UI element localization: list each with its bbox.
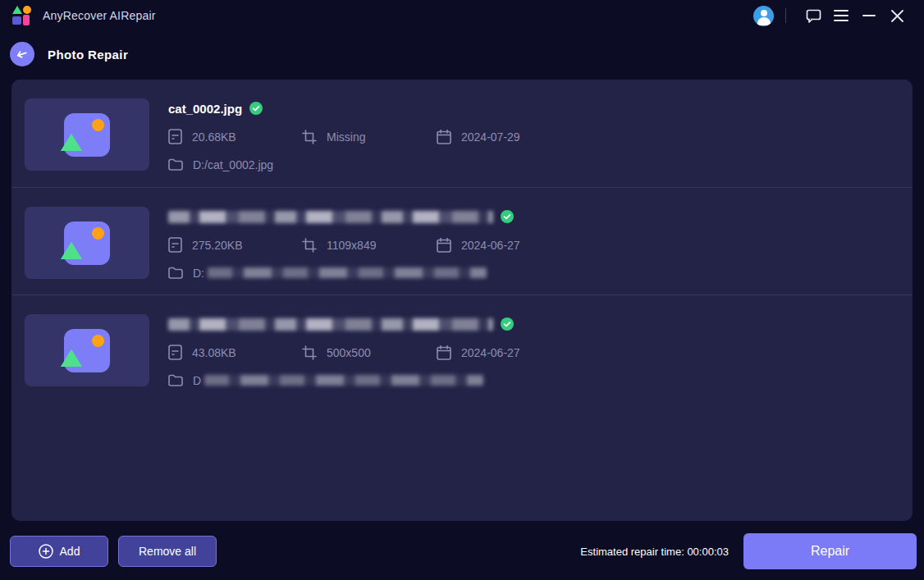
repair-button[interactable]: Repair [743,533,917,569]
file-dimensions: 500x500 [327,346,371,359]
status-check-icon [501,317,514,331]
file-path: D: [193,267,204,280]
file-thumbnail [25,98,149,171]
dimensions-icon [302,130,317,144]
file-name-redacted [168,211,493,223]
file-thumbnail [25,207,149,279]
file-dimensions: Missing [327,130,365,144]
file-path: D [193,374,201,387]
file-row[interactable]: 43.08KB 500x500 2024-06-27 [11,295,913,402]
file-size: 20.68KB [192,130,236,144]
back-button[interactable] [10,42,34,66]
file-size: 43.08KB [192,346,236,359]
file-list-panel: cat_0002.jpg 20.68KB [11,80,913,521]
file-size-icon [168,129,182,144]
footer-toolbar: Add Remove all Estimated repair time: 00… [0,529,924,580]
file-size-icon [168,237,182,253]
dimensions-icon [302,345,317,360]
date-icon [437,238,451,253]
file-name-redacted [168,318,493,331]
status-check-icon [501,210,514,223]
add-button[interactable]: Add [10,536,108,567]
file-path: D:/cat_0002.jpg [193,158,273,171]
folder-icon [168,374,183,386]
section-header: Photo Repair [0,31,924,77]
file-size-icon [168,345,182,360]
folder-icon [168,267,183,279]
file-path-redacted [204,375,483,386]
remove-all-button[interactable]: Remove all [118,536,217,567]
date-icon [437,130,451,144]
file-thumbnail [25,314,149,386]
file-date: 2024-06-27 [461,239,520,252]
dimensions-icon [302,238,317,253]
app-title: AnyRecover AIRepair [43,9,156,22]
image-placeholder-icon [64,221,110,265]
page-title: Photo Repair [48,48,128,62]
estimated-repair-time: Estimated repair time: 00:00:03 [580,546,729,558]
feedback-chat-icon[interactable] [799,3,827,28]
file-row[interactable]: cat_0002.jpg 20.68KB [11,80,913,187]
file-name: cat_0002.jpg [168,102,242,116]
app-logo-icon [11,5,33,26]
image-placeholder-icon [64,329,110,372]
file-path-redacted [208,267,487,278]
file-row[interactable]: 275.20KB 1109x849 2024-06-27 [11,187,913,295]
folder-icon [168,158,183,171]
date-icon [437,345,451,360]
user-avatar[interactable] [753,6,774,26]
menu-icon[interactable] [827,3,855,28]
image-placeholder-icon [64,113,110,157]
remove-all-label: Remove all [139,545,196,558]
add-button-label: Add [60,545,80,558]
titlebar-separator [785,8,786,23]
file-date: 2024-07-29 [461,130,520,144]
titlebar: AnyRecover AIRepair [0,0,924,31]
repair-button-label: Repair [811,544,849,559]
plus-circle-icon [39,544,53,559]
file-date: 2024-06-27 [461,346,520,359]
status-check-icon [249,102,263,115]
file-size: 275.20KB [192,239,243,252]
close-button[interactable] [883,3,911,28]
file-dimensions: 1109x849 [327,239,376,252]
minimize-button[interactable] [855,3,883,28]
